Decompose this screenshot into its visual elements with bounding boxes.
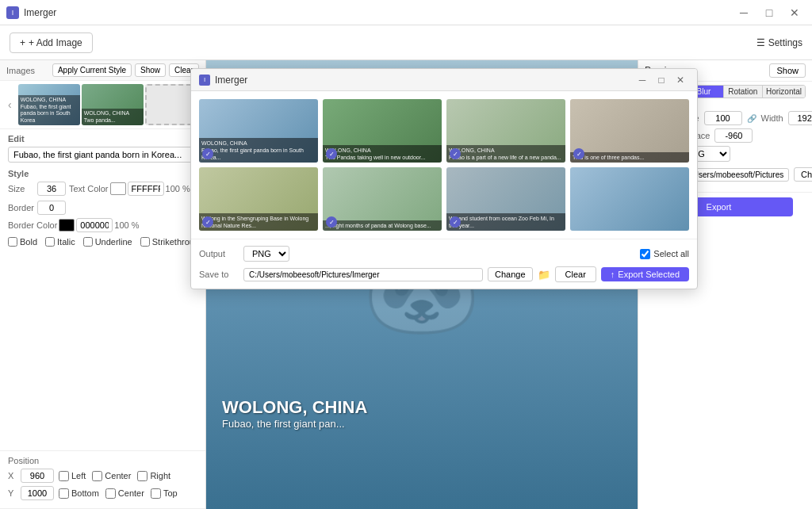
dialog-action-buttons: Clear ↑ Export Selected bbox=[555, 266, 689, 282]
dialog-app-icon: I bbox=[199, 75, 210, 86]
grid-check-6: ✓ bbox=[326, 216, 337, 228]
dialog-close-button[interactable]: ✕ bbox=[672, 71, 689, 89]
select-all-container: Select all bbox=[640, 249, 689, 259]
dialog-title-left: I Imerger bbox=[199, 75, 247, 86]
grid-item-2[interactable]: WOLONG, CHINATwo Pandas taking well in n… bbox=[323, 99, 442, 163]
grid-check-3: ✓ bbox=[450, 148, 461, 159]
dialog-clear-button[interactable]: Clear bbox=[555, 266, 596, 282]
dialog-change-button[interactable]: Change bbox=[488, 267, 533, 281]
dialog-overlay: I Imerger ─ □ ✕ WOLONG, CHINAFubao, the … bbox=[0, 0, 812, 509]
dialog-output-label: Output bbox=[199, 249, 239, 258]
grid-item-1[interactable]: WOLONG, CHINAFubao, the first giant pand… bbox=[199, 99, 318, 163]
grid-item-3[interactable]: WOLONG, CHINAFubao is a part of a new li… bbox=[446, 99, 565, 163]
dialog-controls: ─ □ ✕ bbox=[634, 71, 689, 89]
dialog-folder-icon[interactable]: 📁 bbox=[538, 269, 550, 281]
export-selected-label: Export Selected bbox=[618, 270, 680, 279]
dialog-save-path[interactable] bbox=[243, 268, 483, 281]
grid-item-4[interactable]: This is one of three pandas... ✓ bbox=[570, 99, 689, 163]
dialog-save-label: Save to bbox=[199, 270, 239, 279]
dialog-save-row: Save to Change 📁 Clear ↑ Export Selected bbox=[199, 266, 689, 282]
dialog-footer: Output PNG JPG Select all Save to Change… bbox=[191, 239, 697, 289]
dialog-output-select[interactable]: PNG JPG bbox=[243, 246, 289, 262]
dialog-output-row: Output PNG JPG Select all bbox=[199, 246, 689, 262]
dialog-minimize-button[interactable]: ─ bbox=[634, 71, 651, 89]
dialog-maximize-button[interactable]: □ bbox=[653, 71, 670, 89]
grid-check-5: ✓ bbox=[202, 216, 213, 228]
export-selected-button[interactable]: ↑ Export Selected bbox=[601, 267, 689, 281]
grid-check-2: ✓ bbox=[326, 148, 337, 159]
image-grid: WOLONG, CHINAFubao, the first giant pand… bbox=[191, 91, 697, 239]
dialog-title-bar: I Imerger ─ □ ✕ bbox=[191, 69, 697, 91]
dialog-title: Imerger bbox=[215, 75, 247, 86]
select-all-label: Select all bbox=[653, 249, 689, 258]
grid-item-8[interactable] bbox=[570, 167, 689, 231]
select-all-checkbox[interactable] bbox=[640, 249, 650, 259]
imerger-dialog: I Imerger ─ □ ✕ WOLONG, CHINAFubao, the … bbox=[190, 68, 698, 289]
grid-item-6[interactable]: ..., right months of panda at Wolong bas… bbox=[323, 167, 442, 231]
grid-check-7: ✓ bbox=[450, 216, 461, 228]
grid-check-4: ✓ bbox=[573, 148, 584, 159]
export-selected-icon: ↑ bbox=[611, 270, 615, 279]
grid-check-1: ✓ bbox=[202, 148, 213, 159]
grid-item-5[interactable]: Wolong in the Shengruping Base in Wolong… bbox=[199, 167, 318, 231]
grid-item-7[interactable]: Wu and student from ocean Zoo Feb Mi, In… bbox=[446, 167, 565, 231]
